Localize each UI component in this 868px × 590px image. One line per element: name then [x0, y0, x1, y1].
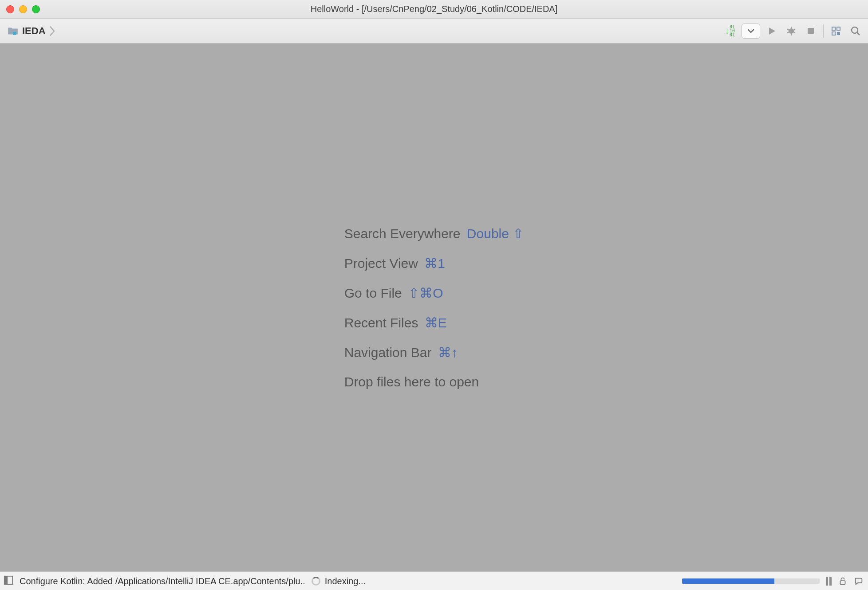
- hint-search-everywhere: Search Everywhere Double ⇧: [344, 226, 524, 241]
- svg-line-14: [857, 32, 860, 35]
- editor-empty-state[interactable]: Search Everywhere Double ⇧ Project View …: [0, 43, 868, 571]
- debug-button[interactable]: [783, 23, 799, 39]
- project-folder-icon: [7, 25, 19, 37]
- breadcrumb[interactable]: IEDA: [4, 25, 55, 37]
- svg-line-5: [793, 29, 795, 30]
- hint-shortcut: ⌘↑: [438, 345, 458, 360]
- hint-project-view: Project View ⌘1: [344, 256, 524, 271]
- hint-go-to-file: Go to File ⇧⌘O: [344, 285, 524, 301]
- run-config-dropdown[interactable]: [742, 24, 760, 39]
- chevron-right-icon: [49, 25, 55, 37]
- indexing-progress-fill: [682, 578, 774, 584]
- svg-rect-16: [4, 576, 8, 584]
- hint-label: Search Everywhere: [344, 226, 461, 241]
- breadcrumb-project-label: IEDA: [22, 25, 46, 37]
- keyboard-hints: Search Everywhere Double ⇧ Project View …: [344, 226, 524, 389]
- hint-shortcut: ⇧⌘O: [408, 286, 443, 300]
- search-everywhere-button[interactable]: [848, 23, 864, 39]
- status-message[interactable]: Configure Kotlin: Added /Applications/In…: [20, 576, 305, 586]
- minimize-window-button[interactable]: [19, 5, 27, 13]
- zoom-window-button[interactable]: [32, 5, 40, 13]
- svg-rect-9: [832, 27, 835, 30]
- svg-rect-10: [837, 27, 840, 30]
- stop-button[interactable]: [803, 23, 819, 39]
- sort-binary-button[interactable]: ↓ 011001: [722, 23, 738, 39]
- pause-background-tasks-button[interactable]: [826, 577, 832, 586]
- svg-line-6: [787, 32, 789, 33]
- hint-label: Drop files here to open: [344, 374, 479, 389]
- svg-rect-0: [13, 32, 16, 35]
- svg-point-13: [852, 27, 858, 33]
- project-structure-button[interactable]: [828, 23, 844, 39]
- status-task[interactable]: Indexing...: [325, 576, 366, 586]
- hint-shortcut: ⌘1: [424, 256, 445, 271]
- svg-rect-11: [832, 32, 835, 35]
- run-button[interactable]: [764, 23, 780, 39]
- svg-rect-8: [808, 28, 814, 34]
- hint-shortcut: Double ⇧: [467, 226, 524, 241]
- traffic-lights: [6, 5, 40, 13]
- svg-line-4: [787, 29, 789, 30]
- hint-recent-files: Recent Files ⌘E: [344, 315, 524, 330]
- svg-rect-12: [837, 32, 840, 35]
- lock-icon[interactable]: [838, 576, 848, 586]
- navigation-toolbar: IEDA ↓ 011001: [0, 19, 868, 43]
- indexing-progress-bar[interactable]: [682, 578, 820, 584]
- svg-line-7: [793, 32, 795, 33]
- hint-label: Project View: [344, 256, 418, 271]
- tool-window-quick-access-icon[interactable]: [4, 575, 13, 587]
- event-log-icon[interactable]: [854, 576, 864, 586]
- main-toolbar: ↓ 011001: [722, 23, 864, 39]
- hint-label: Recent Files: [344, 315, 418, 330]
- hint-navigation-bar: Navigation Bar ⌘↑: [344, 345, 524, 360]
- window-titlebar: HelloWorld - [/Users/CnPeng/02_Study/06_…: [0, 0, 868, 19]
- hint-shortcut: ⌘E: [425, 315, 447, 330]
- hint-label: Navigation Bar: [344, 345, 432, 360]
- status-bar: Configure Kotlin: Added /Applications/In…: [0, 571, 868, 590]
- loading-spinner-icon: [312, 577, 320, 586]
- svg-rect-17: [840, 581, 845, 584]
- hint-drop-files: Drop files here to open: [344, 374, 524, 389]
- window-title: HelloWorld - [/Users/CnPeng/02_Study/06_…: [311, 4, 558, 14]
- toolbar-separator: [823, 24, 824, 38]
- close-window-button[interactable]: [6, 5, 14, 13]
- hint-label: Go to File: [344, 286, 402, 300]
- svg-point-1: [789, 28, 794, 34]
